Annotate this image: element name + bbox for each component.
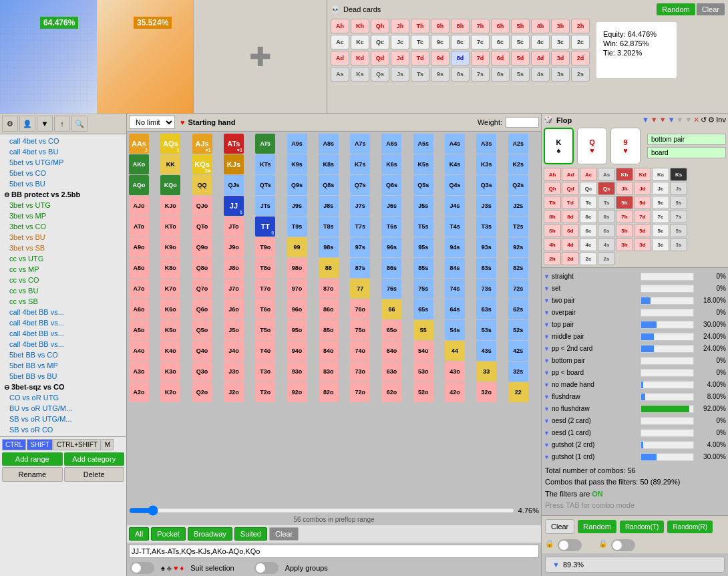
flop-qc[interactable]: Qc — [580, 182, 597, 195]
hand-cell-11-9[interactable]: 53o — [413, 362, 433, 382]
range-item-5bet-bb-bu[interactable]: 5bet BB vs BU — [1, 371, 125, 382]
hand-cell-12-9[interactable]: 52o — [413, 382, 433, 402]
hand-cell-12-4[interactable]: T2o — [255, 382, 275, 402]
range-item-call4bet-bb1[interactable]: call 4bet BB vs... — [1, 307, 125, 317]
flop-qh[interactable]: Qh — [544, 182, 561, 195]
dead-card-7h[interactable]: 7h — [471, 19, 490, 33]
hand-cell-5-6[interactable]: 98s — [319, 237, 339, 257]
flop-3d[interactable]: 3d — [634, 238, 651, 251]
dead-card-jc[interactable]: Jc — [391, 35, 409, 49]
dead-card-th[interactable]: Th — [411, 19, 429, 33]
flop-2c[interactable]: 2c — [580, 252, 597, 265]
flop-8h[interactable]: 8h — [544, 210, 561, 223]
filter-funnel-pp < 2nd card[interactable]: ▼ — [544, 345, 550, 352]
flop-kh[interactable]: Kh — [616, 168, 633, 181]
filter-funnel-flushdraw[interactable]: ▼ — [544, 394, 550, 400]
dead-card-kd[interactable]: Kd — [351, 51, 369, 65]
flop-qd[interactable]: Qd — [562, 182, 579, 195]
flop-7h[interactable]: 7h — [616, 210, 633, 223]
flop-6c[interactable]: 6c — [580, 224, 597, 237]
hand-cell-8-7[interactable]: 76o — [350, 299, 370, 319]
flop-5s[interactable]: 5s — [670, 224, 687, 237]
range-item-cc-sb[interactable]: cc vs SB — [1, 296, 125, 307]
hand-cell-8-9[interactable]: 65s — [413, 299, 433, 319]
hand-cell-4-9[interactable]: T5s — [413, 217, 433, 237]
dead-card-9s[interactable]: 9s — [431, 67, 449, 82]
hand-cell-10-4[interactable]: T4o — [255, 341, 275, 361]
hand-cell-12-12[interactable]: 22 — [508, 382, 528, 402]
hand-cell-3-4[interactable]: JTs — [255, 196, 275, 216]
hand-cell-8-0[interactable]: A6o — [129, 299, 149, 319]
range-item-5bet-bb-mp[interactable]: 5bet BB vs MP — [1, 360, 125, 371]
hand-cell-3-12[interactable]: J2s — [508, 196, 528, 216]
flop-9h[interactable]: 9h — [616, 196, 633, 209]
hand-cell-8-4[interactable]: T6o — [255, 299, 275, 319]
ctrl-button[interactable]: CTRL — [2, 439, 26, 450]
hand-cell-2-6[interactable]: Q8s — [319, 175, 339, 195]
hand-cell-3-3[interactable]: JJ6 — [224, 196, 244, 216]
m-button[interactable]: M — [102, 439, 114, 450]
hand-cell-11-12[interactable]: 32s — [508, 362, 528, 382]
ctrl-shift-button[interactable]: CTRL+SHIFT — [53, 439, 101, 450]
hand-cell-6-4[interactable]: T8o — [255, 258, 275, 278]
dead-card-9h[interactable]: 9h — [431, 19, 449, 33]
hand-cell-2-4[interactable]: QTs — [255, 175, 275, 195]
dead-card-9d[interactable]: 9d — [431, 51, 449, 65]
hand-cell-7-10[interactable]: 74s — [445, 279, 465, 299]
hand-cell-12-1[interactable]: K2o — [160, 382, 180, 402]
flop-js[interactable]: Js — [670, 182, 687, 195]
dead-card-2h[interactable]: 2h — [571, 19, 590, 33]
dead-card-jh[interactable]: Jh — [391, 19, 409, 33]
dead-card-4c[interactable]: 4c — [531, 35, 550, 49]
hand-cell-3-0[interactable]: AJo — [129, 196, 149, 216]
hand-cell-5-2[interactable]: Q9o — [192, 237, 212, 257]
random-t-button[interactable]: Random(T) — [620, 521, 665, 533]
flop-5c[interactable]: 5c — [652, 224, 669, 237]
dead-card-2s[interactable]: 2s — [571, 67, 590, 82]
hand-cell-4-0[interactable]: ATo — [129, 217, 149, 237]
hand-cell-7-4[interactable]: T7o — [255, 279, 275, 299]
hand-cell-12-3[interactable]: J2o — [224, 382, 244, 402]
dead-card-qh[interactable]: Qh — [371, 19, 389, 33]
filter-funnel-two pair[interactable]: ▼ — [544, 297, 550, 304]
flop-td[interactable]: Td — [562, 196, 579, 209]
hand-cell-1-1[interactable]: KK — [160, 154, 180, 174]
hand-cell-9-3[interactable]: J5o — [224, 320, 244, 340]
flop-6s[interactable]: 6s — [598, 224, 615, 237]
hand-cell-8-8[interactable]: 66 — [381, 299, 401, 319]
filter-funnel-oesd (1 card)[interactable]: ▼ — [544, 430, 550, 436]
hand-cell-10-3[interactable]: J4o — [224, 341, 244, 361]
hand-cell-4-3[interactable]: JTo — [224, 217, 244, 237]
hand-cell-6-11[interactable]: 83s — [476, 258, 496, 278]
hand-cell-2-7[interactable]: Q7s — [350, 175, 370, 195]
hand-cell-6-5[interactable]: 98o — [287, 258, 307, 278]
dead-card-js[interactable]: Js — [391, 67, 409, 82]
lock-toggle-1[interactable] — [558, 539, 582, 551]
hand-cell-7-12[interactable]: 72s — [508, 279, 528, 299]
range-item-3bet-co[interactable]: 3bet vs CO — [1, 221, 125, 232]
hand-cell-1-6[interactable]: K8s — [319, 154, 339, 174]
flop-jd[interactable]: Jd — [634, 182, 651, 195]
hand-cell-7-0[interactable]: A7o — [129, 279, 149, 299]
hand-cell-4-5[interactable]: T9s — [287, 217, 307, 237]
hand-cell-1-8[interactable]: K6s — [381, 154, 401, 174]
add-range-button[interactable]: ✚ — [249, 41, 272, 72]
hand-cell-6-12[interactable]: 82s — [508, 258, 528, 278]
hand-cell-3-7[interactable]: J7s — [350, 196, 370, 216]
hand-cell-2-10[interactable]: Q4s — [445, 175, 465, 195]
hand-cell-0-8[interactable]: A6s — [381, 134, 401, 154]
filter-clear[interactable]: Clear — [269, 527, 299, 541]
hand-cell-6-0[interactable]: A8o — [129, 258, 149, 278]
range-slider[interactable] — [129, 505, 515, 516]
dead-card-2c[interactable]: 2c — [571, 35, 590, 49]
hand-cell-11-1[interactable]: K3o — [160, 362, 180, 382]
hand-cell-5-4[interactable]: T9o — [255, 237, 275, 257]
hand-cell-0-3[interactable]: ATs♥1 — [224, 134, 244, 154]
export-icon[interactable]: ↑ — [54, 116, 70, 132]
dead-card-2d[interactable]: 2d — [571, 51, 590, 65]
hand-cell-1-4[interactable]: KTs — [255, 154, 275, 174]
filter-icon-1[interactable]: ▼ — [642, 116, 649, 124]
hand-cell-3-1[interactable]: KJo — [160, 196, 180, 216]
hand-cell-9-10[interactable]: 54s — [445, 320, 465, 340]
flop-2s[interactable]: 2s — [598, 252, 615, 265]
